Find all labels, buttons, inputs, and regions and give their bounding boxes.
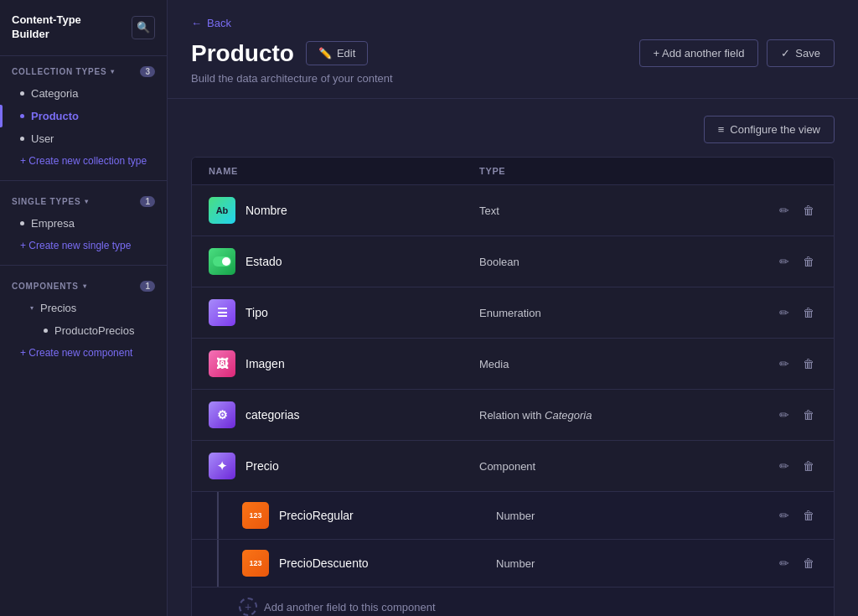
configure-row: ≡ Configure the view: [191, 116, 835, 143]
edit-field-button[interactable]: ✏: [777, 355, 792, 373]
components-count: 1: [140, 281, 155, 292]
save-button[interactable]: ✓ Save: [767, 39, 835, 67]
field-actions: ✏ 🗑: [750, 201, 817, 220]
table-row: 🖼 Imagen Media ✏ 🗑: [192, 339, 834, 390]
field-icon-enum: ☰: [209, 299, 235, 326]
delete-field-button[interactable]: 🗑: [800, 303, 817, 322]
edit-field-button[interactable]: ✏: [777, 457, 792, 475]
table-row: Estado Boolean ✏ 🗑: [192, 236, 834, 287]
table-header: NAME TYPE: [192, 158, 834, 185]
chevron-icon: ▾: [85, 198, 89, 205]
sidebar: Content-TypeBuilder 🔍 COLLECTION TYPES ▾…: [0, 0, 168, 616]
field-preciodescuento: 123 PrecioDescuento: [242, 550, 496, 577]
table-row: ☰ Tipo Enumeration ✏ 🗑: [192, 287, 834, 339]
add-field-button[interactable]: + Add another field: [639, 39, 759, 67]
single-types-count: 1: [140, 196, 155, 207]
edit-field-button[interactable]: ✏: [777, 554, 792, 572]
create-component-button[interactable]: + Create new component: [0, 342, 167, 364]
create-single-button[interactable]: + Create new single type: [0, 235, 167, 256]
toggle-icon: [213, 256, 231, 267]
list-icon: ≡: [718, 123, 725, 136]
check-icon: ✓: [781, 47, 790, 60]
sidebar-item-precios[interactable]: ▾ Precios: [0, 297, 167, 319]
create-collection-button[interactable]: + Create new collection type: [0, 150, 167, 172]
add-field-component-button[interactable]: + Add another field to this component: [192, 588, 834, 616]
toggle-knob: [222, 257, 230, 266]
field-icon-component: ✦: [209, 453, 235, 479]
table-row: ✦ Precio Component ✏ 🗑: [192, 441, 834, 492]
col-type-header: TYPE: [479, 166, 750, 176]
sub-table-row: 123 PrecioRegular Number ✏ 🗑: [192, 492, 834, 540]
delete-field-button[interactable]: 🗑: [800, 506, 817, 525]
delete-field-button[interactable]: 🗑: [800, 201, 817, 220]
sidebar-title: Content-TypeBuilder: [12, 13, 81, 42]
collection-types-section: COLLECTION TYPES ▾ 3 Categoria Producto …: [0, 56, 167, 175]
table-row: Ab Nombre Text ✏ 🗑: [192, 185, 834, 236]
field-imagen: 🖼 Imagen: [209, 350, 479, 377]
collection-types-header: COLLECTION TYPES ▾ 3: [0, 66, 167, 82]
field-categorias: ⚙ categorias: [209, 401, 479, 428]
field-actions: ✏ 🗑: [750, 303, 817, 322]
sidebar-header: Content-TypeBuilder 🔍: [0, 0, 167, 56]
dot-icon: [20, 137, 24, 141]
edit-field-button[interactable]: ✏: [777, 506, 792, 525]
configure-view-button[interactable]: ≡ Configure the view: [704, 116, 835, 143]
components-label: COMPONENTS ▾: [12, 282, 86, 291]
sidebar-item-producto[interactable]: Producto: [0, 105, 167, 127]
chevron-icon: ▾: [111, 68, 115, 75]
edit-field-button[interactable]: ✏: [777, 406, 792, 424]
delete-field-button[interactable]: 🗑: [800, 406, 817, 424]
collection-types-label: COLLECTION TYPES ▾: [12, 67, 115, 76]
single-types-header: SINGLE TYPES ▾ 1: [0, 196, 167, 212]
field-nombre: Ab Nombre: [209, 197, 479, 224]
search-button[interactable]: 🔍: [132, 16, 155, 39]
field-actions: ✏ 🗑: [750, 406, 817, 424]
back-link[interactable]: ← Back: [191, 17, 835, 29]
sidebar-item-user[interactable]: User: [0, 127, 167, 150]
delete-field-button[interactable]: 🗑: [800, 554, 817, 572]
delete-field-button[interactable]: 🗑: [800, 457, 817, 475]
table-row: ⚙ categorias Relation with Categoria ✏ 🗑: [192, 390, 834, 441]
fields-table: NAME TYPE Ab Nombre Text ✏ 🗑: [191, 157, 835, 616]
field-actions: ✏ 🗑: [750, 554, 817, 572]
field-actions: ✏ 🗑: [750, 457, 817, 475]
triangle-icon: ▾: [30, 304, 34, 312]
field-icon-number: 123: [242, 550, 269, 577]
field-tipo: ☰ Tipo: [209, 299, 479, 326]
title-right: + Add another field ✓ Save: [639, 39, 835, 67]
page-title: Producto: [191, 40, 294, 67]
sub-table-row: 123 PrecioDescuento Number ✏ 🗑: [192, 540, 834, 588]
col-name-header: NAME: [209, 166, 479, 176]
add-circle-icon: +: [239, 598, 257, 616]
edit-button[interactable]: ✏️ Edit: [306, 41, 368, 65]
collection-types-count: 3: [140, 66, 155, 77]
divider: [0, 265, 167, 266]
field-actions: ✏ 🗑: [750, 252, 817, 271]
field-type-text: Text: [479, 204, 750, 217]
divider: [0, 180, 167, 181]
dot-icon: [20, 221, 24, 225]
sidebar-item-productoprecio[interactable]: ProductoPrecios: [0, 319, 167, 342]
edit-field-button[interactable]: ✏: [777, 252, 792, 271]
components-header: COMPONENTS ▾ 1: [0, 281, 167, 297]
field-type-number: Number: [496, 510, 750, 522]
field-type-number: Number: [496, 557, 750, 570]
edit-icon: ✏️: [318, 47, 332, 60]
single-types-label: SINGLE TYPES ▾: [12, 197, 89, 206]
field-icon-media: 🖼: [209, 350, 235, 377]
field-type-relation: Relation with Categoria: [479, 409, 750, 422]
field-type-media: Media: [479, 358, 750, 370]
field-actions: ✏ 🗑: [750, 506, 817, 525]
edit-field-button[interactable]: ✏: [777, 303, 792, 322]
field-actions: ✏ 🗑: [750, 355, 817, 373]
edit-field-button[interactable]: ✏: [777, 201, 792, 220]
dot-icon: [20, 91, 24, 96]
delete-field-button[interactable]: 🗑: [800, 252, 817, 271]
sidebar-item-empresa[interactable]: Empresa: [0, 212, 167, 235]
field-type-bool: Boolean: [479, 256, 750, 268]
field-type-component: Component: [479, 460, 750, 473]
delete-field-button[interactable]: 🗑: [800, 355, 817, 373]
field-precio: ✦ Precio: [209, 453, 479, 479]
components-section: COMPONENTS ▾ 1 ▾ Precios ProductoPrecios…: [0, 271, 167, 367]
sidebar-item-categoria[interactable]: Categoria: [0, 82, 167, 105]
